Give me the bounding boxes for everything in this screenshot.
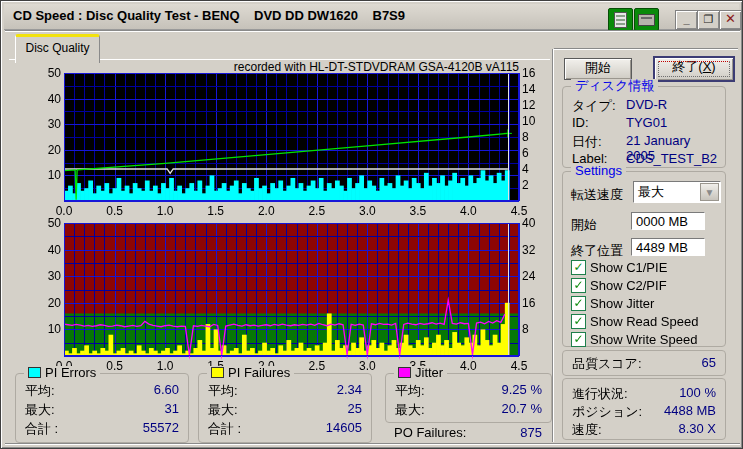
jitter-group: Jitter 平均:9.25 % 最大:20.7 %: [385, 373, 552, 423]
end-position-label: 終了位置: [571, 242, 623, 260]
settings-caption: Settings: [571, 164, 626, 178]
minimize-button[interactable]: _: [675, 10, 698, 30]
transfer-speed-combo[interactable]: 最大 ▼: [633, 181, 721, 203]
transfer-speed-label: 転送速度: [571, 186, 623, 204]
checkbox-show-write-speed-label: Show Write Speed: [590, 332, 697, 347]
pi-failures-swatch-icon: [211, 367, 224, 378]
pi-errors-caption: PI Errors: [24, 366, 100, 380]
position-row: ポジション:4488 MB: [572, 403, 716, 419]
start-position-label: 開始: [571, 216, 597, 234]
disc-type-row: タイプ:DVD-R: [572, 97, 716, 113]
po-failures-label: PO Failures:: [394, 425, 466, 440]
bottom-divider: [5, 443, 740, 445]
pi-errors-swatch-icon: [28, 367, 41, 378]
quality-score-group: 品質スコア: 65: [562, 350, 726, 376]
po-failures-value: 875: [520, 425, 542, 440]
jitter-swatch-icon: [398, 367, 411, 378]
report-icon[interactable]: [608, 8, 633, 31]
jitter-max-row: 最大:20.7 %: [395, 401, 542, 417]
checkbox-show-read-speed-label: Show Read Speed: [590, 314, 698, 329]
disc-date-row: 日付:21 January 2005: [572, 133, 716, 149]
panel-top-divider: [554, 48, 738, 50]
po-failures-row: PO Failures: 875: [394, 425, 542, 440]
chevron-down-icon[interactable]: ▼: [700, 183, 719, 201]
start-button[interactable]: 開始: [564, 58, 632, 80]
checkbox-show-c1-pie-label: Show C1/PIE: [590, 260, 667, 275]
exit-button[interactable]: 終了(X): [653, 56, 735, 82]
drive-glyph: [638, 14, 655, 26]
window-title: CD Speed : Disc Quality Test - BENQ DVD …: [13, 8, 405, 23]
pi-errors-total-row: 合計 :55572: [25, 420, 179, 436]
tab-disc-quality[interactable]: Disc Quality: [15, 34, 100, 63]
pi-errors-chart: [37, 65, 543, 219]
maximize-button[interactable]: ❐: [697, 10, 720, 30]
pi-errors-max-row: 最大:31: [25, 401, 179, 417]
checkbox-show-jitter-label: Show Jitter: [590, 296, 654, 311]
disc-info-caption: ディスク情報: [571, 79, 658, 93]
pi-errors-avg-row: 平均:6.60: [25, 382, 179, 398]
focus-ring: [658, 61, 730, 77]
settings-group: Settings 転送速度 最大 ▼ 開始 終了位置 ✓ Show C1/PIE…: [562, 171, 726, 347]
disc-info-group: ディスク情報 タイプ:DVD-R ID:TYG01 日付:21 January …: [562, 86, 726, 168]
quality-score-label: 品質スコア:: [572, 356, 642, 371]
drive-icon[interactable]: [634, 8, 659, 31]
checkbox-show-write-speed[interactable]: ✓: [571, 332, 586, 347]
pi-failures-caption: PI Failures: [207, 366, 294, 380]
pi-failures-total-row: 合計 :14605: [208, 420, 362, 436]
app-window: CD Speed : Disc Quality Test - BENQ DVD …: [0, 0, 743, 449]
progress-group: 進行状況:100 % ポジション:4488 MB 速度:8.30 X: [562, 378, 726, 440]
quality-score-row: 品質スコア: 65: [572, 355, 716, 371]
pi-errors-group: PI Errors 平均:6.60 最大:31 合計 :55572: [15, 373, 189, 443]
vertical-divider: [552, 49, 554, 442]
quality-score-value: 65: [702, 355, 716, 370]
checkbox-show-c2-pif[interactable]: ✓: [571, 278, 586, 293]
checkbox-show-c2-pif-label: Show C2/PIF: [590, 278, 667, 293]
pi-failures-jitter-chart: [37, 215, 543, 372]
checkbox-show-c1-pie[interactable]: ✓: [571, 260, 586, 275]
document-glyph: [614, 12, 627, 28]
jitter-caption: Jitter: [394, 366, 447, 380]
start-position-input[interactable]: [631, 212, 705, 230]
checkbox-show-jitter[interactable]: ✓: [571, 296, 586, 311]
titlebar-divider: [5, 30, 740, 32]
progress-row: 進行状況:100 %: [572, 385, 716, 401]
title-bar[interactable]: CD Speed : Disc Quality Test - BENQ DVD …: [4, 4, 739, 30]
pi-failures-group: PI Failures 平均:2.34 最大:25 合計 :14605: [198, 373, 372, 443]
checkbox-show-read-speed[interactable]: ✓: [571, 314, 586, 329]
end-position-input[interactable]: [631, 238, 705, 256]
close-button[interactable]: ✕: [719, 10, 742, 30]
speed-row: 速度:8.30 X: [572, 421, 716, 437]
disc-id-row: ID:TYG01: [572, 115, 716, 131]
jitter-avg-row: 平均:9.25 %: [395, 382, 542, 398]
pi-failures-avg-row: 平均:2.34: [208, 382, 362, 398]
pi-failures-max-row: 最大:25: [208, 401, 362, 417]
transfer-speed-value: 最大: [638, 184, 664, 199]
